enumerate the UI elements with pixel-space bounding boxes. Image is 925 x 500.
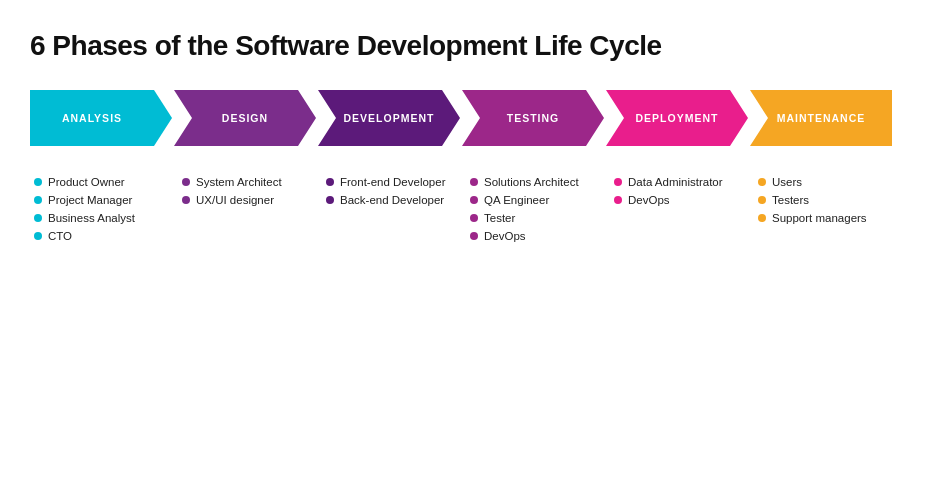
role-dot	[758, 178, 766, 186]
role-item: DevOps	[614, 194, 750, 206]
role-label: Support managers	[772, 212, 867, 224]
role-item: Project Manager	[34, 194, 174, 206]
role-label: Product Owner	[48, 176, 125, 188]
roles-col-development: Front-end DeveloperBack-end Developer	[318, 168, 462, 206]
role-label: Back-end Developer	[340, 194, 444, 206]
role-dot	[470, 232, 478, 240]
roles-col-design: System ArchitectUX/UI designer	[174, 168, 318, 206]
role-label: DevOps	[484, 230, 526, 242]
role-label: Business Analyst	[48, 212, 135, 224]
svg-text:DEVELOPMENT: DEVELOPMENT	[344, 112, 435, 124]
role-dot	[34, 178, 42, 186]
role-dot	[758, 214, 766, 222]
roles-col-deployment: Data AdministratorDevOps	[606, 168, 750, 206]
role-item: Users	[758, 176, 894, 188]
role-dot	[470, 196, 478, 204]
role-label: Solutions Architect	[484, 176, 579, 188]
role-label: Users	[772, 176, 802, 188]
role-dot	[470, 214, 478, 222]
role-item: CTO	[34, 230, 174, 242]
role-item: QA Engineer	[470, 194, 606, 206]
svg-text:DEPLOYMENT: DEPLOYMENT	[636, 112, 719, 124]
role-dot	[34, 196, 42, 204]
svg-text:ANALYSIS: ANALYSIS	[62, 112, 122, 124]
role-dot	[326, 178, 334, 186]
role-item: Back-end Developer	[326, 194, 462, 206]
svg-text:MAINTENANCE: MAINTENANCE	[777, 112, 866, 124]
phases-svg: ANALYSISDESIGNDEVELOPMENTTESTINGDEPLOYME…	[30, 90, 895, 146]
role-item: Data Administrator	[614, 176, 750, 188]
role-item: Front-end Developer	[326, 176, 462, 188]
svg-text:DESIGN: DESIGN	[222, 112, 268, 124]
role-label: Front-end Developer	[340, 176, 445, 188]
role-item: Business Analyst	[34, 212, 174, 224]
svg-text:TESTING: TESTING	[507, 112, 560, 124]
role-dot	[182, 178, 190, 186]
role-label: Tester	[484, 212, 515, 224]
role-dot	[34, 214, 42, 222]
role-item: UX/UI designer	[182, 194, 318, 206]
role-label: QA Engineer	[484, 194, 549, 206]
role-dot	[758, 196, 766, 204]
role-dot	[614, 178, 622, 186]
role-label: System Architect	[196, 176, 282, 188]
role-item: Tester	[470, 212, 606, 224]
role-item: DevOps	[470, 230, 606, 242]
main-container: 6 Phases of the Software Development Lif…	[0, 0, 925, 262]
roles-col-maintenance: UsersTestersSupport managers	[750, 168, 894, 224]
roles-col-testing: Solutions ArchitectQA EngineerTesterDevO…	[462, 168, 606, 242]
role-dot	[182, 196, 190, 204]
role-item: System Architect	[182, 176, 318, 188]
role-dot	[326, 196, 334, 204]
role-dot	[470, 178, 478, 186]
roles-row: Product OwnerProject ManagerBusiness Ana…	[30, 168, 895, 242]
role-label: CTO	[48, 230, 72, 242]
role-label: Data Administrator	[628, 176, 723, 188]
role-label: Testers	[772, 194, 809, 206]
role-label: UX/UI designer	[196, 194, 274, 206]
role-item: Product Owner	[34, 176, 174, 188]
role-item: Support managers	[758, 212, 894, 224]
role-label: DevOps	[628, 194, 670, 206]
role-label: Project Manager	[48, 194, 132, 206]
role-dot	[614, 196, 622, 204]
page-title: 6 Phases of the Software Development Lif…	[30, 30, 895, 62]
role-dot	[34, 232, 42, 240]
role-item: Solutions Architect	[470, 176, 606, 188]
role-item: Testers	[758, 194, 894, 206]
roles-col-analysis: Product OwnerProject ManagerBusiness Ana…	[30, 168, 174, 242]
phases-row: ANALYSISDESIGNDEVELOPMENTTESTINGDEPLOYME…	[30, 90, 895, 146]
